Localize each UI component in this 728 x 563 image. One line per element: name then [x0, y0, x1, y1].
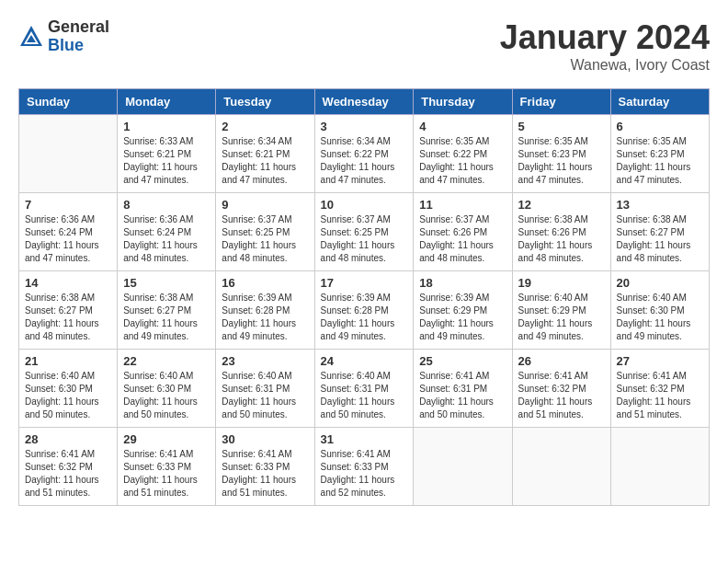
calendar-cell: 9Sunrise: 6:37 AM Sunset: 6:25 PM Daylig… — [216, 193, 314, 271]
calendar-cell: 8Sunrise: 6:36 AM Sunset: 6:24 PM Daylig… — [118, 193, 216, 271]
day-number: 14 — [25, 276, 111, 290]
day-number: 5 — [518, 120, 605, 133]
weekday-header: Saturday — [610, 89, 709, 115]
logo-text: General Blue — [48, 18, 109, 55]
day-number: 31 — [321, 432, 408, 446]
calendar-cell — [610, 428, 709, 506]
day-number: 9 — [222, 198, 308, 212]
day-number: 18 — [419, 276, 506, 290]
calendar-cell — [19, 115, 118, 193]
calendar-week-row: 14Sunrise: 6:38 AM Sunset: 6:27 PM Dayli… — [19, 271, 710, 350]
day-number: 15 — [123, 276, 210, 290]
cell-info: Sunrise: 6:35 AM Sunset: 6:22 PM Dayligh… — [419, 135, 506, 187]
cell-info: Sunrise: 6:41 AM Sunset: 6:31 PM Dayligh… — [419, 370, 506, 421]
calendar-cell: 31Sunrise: 6:41 AM Sunset: 6:33 PM Dayli… — [314, 428, 414, 506]
calendar-cell: 2Sunrise: 6:34 AM Sunset: 6:21 PM Daylig… — [216, 115, 314, 193]
day-number: 13 — [617, 198, 703, 212]
calendar-week-row: 28Sunrise: 6:41 AM Sunset: 6:32 PM Dayli… — [19, 428, 710, 506]
cell-info: Sunrise: 6:33 AM Sunset: 6:21 PM Dayligh… — [123, 135, 210, 187]
cell-info: Sunrise: 6:37 AM Sunset: 6:26 PM Dayligh… — [419, 213, 506, 265]
calendar-cell: 11Sunrise: 6:37 AM Sunset: 6:26 PM Dayli… — [414, 193, 512, 271]
day-number: 23 — [222, 354, 308, 368]
cell-info: Sunrise: 6:40 AM Sunset: 6:31 PM Dayligh… — [321, 370, 408, 421]
cell-info: Sunrise: 6:34 AM Sunset: 6:22 PM Dayligh… — [321, 135, 408, 187]
cell-info: Sunrise: 6:40 AM Sunset: 6:29 PM Dayligh… — [518, 292, 605, 343]
cell-info: Sunrise: 6:40 AM Sunset: 6:30 PM Dayligh… — [617, 292, 703, 343]
cell-info: Sunrise: 6:41 AM Sunset: 6:32 PM Dayligh… — [617, 370, 703, 421]
cell-info: Sunrise: 6:41 AM Sunset: 6:32 PM Dayligh… — [518, 370, 605, 421]
cell-info: Sunrise: 6:35 AM Sunset: 6:23 PM Dayligh… — [518, 135, 605, 187]
day-number: 27 — [617, 354, 703, 368]
calendar-week-row: 21Sunrise: 6:40 AM Sunset: 6:30 PM Dayli… — [19, 350, 710, 428]
day-number: 6 — [617, 120, 703, 133]
calendar-cell: 19Sunrise: 6:40 AM Sunset: 6:29 PM Dayli… — [512, 271, 610, 350]
day-number: 24 — [321, 354, 408, 368]
calendar-cell: 29Sunrise: 6:41 AM Sunset: 6:33 PM Dayli… — [118, 428, 216, 506]
day-number: 19 — [518, 276, 605, 290]
day-number: 20 — [617, 276, 703, 290]
day-number: 7 — [25, 198, 111, 212]
cell-info: Sunrise: 6:38 AM Sunset: 6:27 PM Dayligh… — [123, 292, 210, 343]
weekday-header: Thursday — [414, 89, 512, 115]
weekday-header: Sunday — [19, 89, 118, 115]
calendar-table: SundayMondayTuesdayWednesdayThursdayFrid… — [18, 88, 710, 506]
weekday-header: Wednesday — [314, 89, 414, 115]
cell-info: Sunrise: 6:41 AM Sunset: 6:33 PM Dayligh… — [123, 448, 210, 500]
cell-info: Sunrise: 6:39 AM Sunset: 6:29 PM Dayligh… — [419, 292, 506, 343]
day-number: 26 — [518, 354, 605, 368]
day-number: 2 — [222, 120, 308, 133]
calendar-cell: 5Sunrise: 6:35 AM Sunset: 6:23 PM Daylig… — [512, 115, 610, 193]
day-number: 1 — [123, 120, 210, 133]
calendar-cell: 30Sunrise: 6:41 AM Sunset: 6:33 PM Dayli… — [216, 428, 314, 506]
logo-blue: Blue — [48, 37, 109, 55]
logo: General Blue — [18, 18, 109, 55]
cell-info: Sunrise: 6:41 AM Sunset: 6:33 PM Dayligh… — [222, 448, 308, 500]
calendar-cell: 16Sunrise: 6:39 AM Sunset: 6:28 PM Dayli… — [216, 271, 314, 350]
calendar-cell: 27Sunrise: 6:41 AM Sunset: 6:32 PM Dayli… — [610, 350, 709, 428]
day-number: 25 — [419, 354, 506, 368]
cell-info: Sunrise: 6:38 AM Sunset: 6:27 PM Dayligh… — [25, 292, 111, 343]
calendar-week-row: 1Sunrise: 6:33 AM Sunset: 6:21 PM Daylig… — [19, 115, 710, 193]
day-number: 30 — [222, 432, 308, 446]
calendar-cell: 6Sunrise: 6:35 AM Sunset: 6:23 PM Daylig… — [610, 115, 709, 193]
weekday-header: Monday — [118, 89, 216, 115]
cell-info: Sunrise: 6:38 AM Sunset: 6:27 PM Dayligh… — [617, 213, 703, 265]
cell-info: Sunrise: 6:37 AM Sunset: 6:25 PM Dayligh… — [222, 213, 308, 265]
month-title: January 2024 — [500, 18, 710, 57]
calendar-cell: 3Sunrise: 6:34 AM Sunset: 6:22 PM Daylig… — [314, 115, 414, 193]
weekday-header-row: SundayMondayTuesdayWednesdayThursdayFrid… — [19, 89, 710, 115]
day-number: 11 — [419, 198, 506, 212]
cell-info: Sunrise: 6:39 AM Sunset: 6:28 PM Dayligh… — [321, 292, 408, 343]
calendar-cell: 24Sunrise: 6:40 AM Sunset: 6:31 PM Dayli… — [314, 350, 414, 428]
day-number: 12 — [518, 198, 605, 212]
calendar-cell: 18Sunrise: 6:39 AM Sunset: 6:29 PM Dayli… — [414, 271, 512, 350]
weekday-header: Friday — [512, 89, 610, 115]
cell-info: Sunrise: 6:41 AM Sunset: 6:32 PM Dayligh… — [25, 448, 111, 500]
title-block: January 2024 Wanewa, Ivory Coast — [500, 18, 710, 74]
cell-info: Sunrise: 6:40 AM Sunset: 6:31 PM Dayligh… — [222, 370, 308, 421]
cell-info: Sunrise: 6:39 AM Sunset: 6:28 PM Dayligh… — [222, 292, 308, 343]
cell-info: Sunrise: 6:40 AM Sunset: 6:30 PM Dayligh… — [25, 370, 111, 421]
day-number: 4 — [419, 120, 506, 133]
calendar-cell: 4Sunrise: 6:35 AM Sunset: 6:22 PM Daylig… — [414, 115, 512, 193]
calendar-cell: 15Sunrise: 6:38 AM Sunset: 6:27 PM Dayli… — [118, 271, 216, 350]
calendar-cell: 13Sunrise: 6:38 AM Sunset: 6:27 PM Dayli… — [610, 193, 709, 271]
day-number: 16 — [222, 276, 308, 290]
calendar-cell: 28Sunrise: 6:41 AM Sunset: 6:32 PM Dayli… — [19, 428, 118, 506]
location: Wanewa, Ivory Coast — [500, 57, 710, 74]
cell-info: Sunrise: 6:41 AM Sunset: 6:33 PM Dayligh… — [321, 448, 408, 500]
logo-icon — [18, 24, 44, 50]
cell-info: Sunrise: 6:34 AM Sunset: 6:21 PM Dayligh… — [222, 135, 308, 187]
calendar-cell — [512, 428, 610, 506]
calendar-cell: 22Sunrise: 6:40 AM Sunset: 6:30 PM Dayli… — [118, 350, 216, 428]
day-number: 3 — [321, 120, 408, 133]
calendar-cell: 26Sunrise: 6:41 AM Sunset: 6:32 PM Dayli… — [512, 350, 610, 428]
calendar-cell: 17Sunrise: 6:39 AM Sunset: 6:28 PM Dayli… — [314, 271, 414, 350]
calendar-week-row: 7Sunrise: 6:36 AM Sunset: 6:24 PM Daylig… — [19, 193, 710, 271]
cell-info: Sunrise: 6:37 AM Sunset: 6:25 PM Dayligh… — [321, 213, 408, 265]
calendar-cell: 1Sunrise: 6:33 AM Sunset: 6:21 PM Daylig… — [118, 115, 216, 193]
day-number: 21 — [25, 354, 111, 368]
calendar-cell: 25Sunrise: 6:41 AM Sunset: 6:31 PM Dayli… — [414, 350, 512, 428]
cell-info: Sunrise: 6:40 AM Sunset: 6:30 PM Dayligh… — [123, 370, 210, 421]
cell-info: Sunrise: 6:36 AM Sunset: 6:24 PM Dayligh… — [123, 213, 210, 265]
